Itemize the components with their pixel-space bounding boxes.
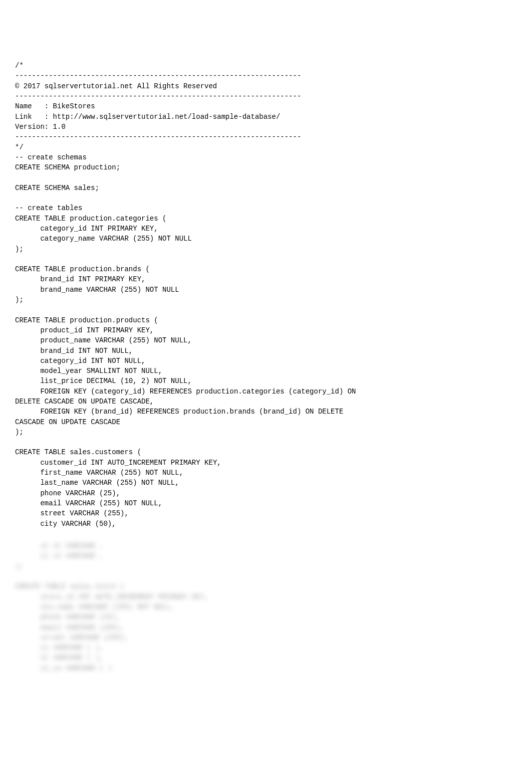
blurred-code-section: st st VARCHAR , zi zi VARCHAR , ); CREAT… [15,541,517,673]
sql-code-block: /* -------------------------------------… [15,61,517,529]
